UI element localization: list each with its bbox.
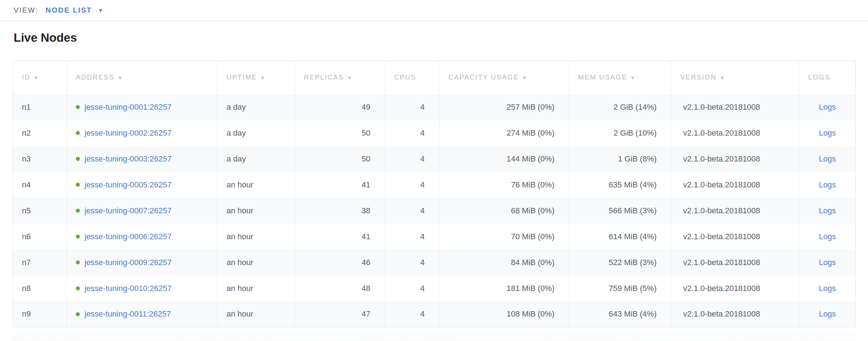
- node-address-link[interactable]: jesse-tuning-0009:26257: [84, 258, 172, 267]
- node-version-cell: v2.1.0-beta.20181008: [671, 198, 799, 224]
- column-header-capacity-usage[interactable]: CAPACITY USAGE▼: [439, 61, 569, 94]
- sort-arrow-icon: ▼: [522, 75, 527, 81]
- table-header-row: ID▼ ADDRESS▼ UPTIME▼ REPLICAS▼ CPUS CAPA…: [13, 61, 856, 94]
- column-header-label: VERSION: [680, 73, 717, 81]
- sort-arrow-icon: ▼: [33, 75, 39, 81]
- column-header-id[interactable]: ID▼: [13, 61, 67, 94]
- node-logs-cell: Logs: [799, 301, 856, 327]
- node-logs-link[interactable]: Logs: [819, 258, 836, 267]
- node-logs-link[interactable]: Logs: [819, 154, 836, 163]
- node-logs-cell: Logs: [799, 198, 856, 224]
- column-header-mem-usage[interactable]: MEM USAGE▼: [569, 61, 671, 94]
- node-live-status-icon: [76, 286, 80, 290]
- column-header-label: LOGS: [808, 73, 831, 81]
- node-mem-usage-cell: 643 MiB (4%): [569, 301, 671, 327]
- node-uptime-cell: a day: [218, 146, 295, 172]
- column-header-label: CPUS: [394, 73, 416, 81]
- column-header-label: ID: [22, 73, 30, 81]
- node-cpus-cell: 4: [385, 301, 439, 327]
- view-dropdown-value[interactable]: NODE LIST: [46, 6, 92, 14]
- node-address-link[interactable]: jesse-tuning-0006:26257: [84, 232, 172, 241]
- node-address-cell: jesse-tuning-0011:26257: [67, 301, 218, 327]
- node-mem-usage-cell: 2 GiB (14%): [569, 94, 671, 120]
- page-title: Live Nodes: [14, 31, 855, 45]
- table-row: n5 jesse-tuning-0007:26257 an hour 38 4 …: [13, 198, 856, 224]
- node-id-cell: n6: [13, 224, 67, 250]
- node-mem-usage-cell: 1 GiB (8%): [569, 146, 671, 172]
- node-uptime-cell: an hour: [218, 198, 295, 224]
- node-capacity-usage-cell: 76 MiB (0%): [439, 172, 569, 198]
- column-header-replicas[interactable]: REPLICAS▼: [295, 61, 385, 94]
- node-cpus-cell: 4: [385, 120, 439, 146]
- node-capacity-usage-cell: 108 MiB (0%): [439, 301, 569, 327]
- node-address-link[interactable]: jesse-tuning-0003:26257: [84, 154, 172, 164]
- node-uptime-cell: an hour: [218, 301, 295, 327]
- node-address-link[interactable]: jesse-tuning-0011:26257: [84, 309, 171, 319]
- node-logs-link[interactable]: Logs: [819, 128, 836, 137]
- table-row: n7 jesse-tuning-0009:26257 an hour 46 4 …: [13, 250, 856, 276]
- node-logs-link[interactable]: Logs: [819, 309, 836, 318]
- node-live-status-icon: [76, 131, 80, 135]
- node-logs-link[interactable]: Logs: [819, 103, 836, 112]
- node-logs-cell: Logs: [799, 276, 856, 301]
- column-header-label: MEM USAGE: [578, 73, 627, 81]
- node-id-cell: n1: [13, 94, 67, 120]
- node-replicas-cell: 46: [295, 250, 385, 276]
- node-address-link[interactable]: jesse-tuning-0001:26257: [84, 103, 172, 112]
- node-capacity-usage-cell: 144 MiB (0%): [439, 146, 569, 172]
- node-capacity-usage-cell: 68 MiB (0%): [439, 198, 569, 224]
- node-address-cell: jesse-tuning-0007:26257: [67, 198, 218, 224]
- node-version-cell: v2.1.0-beta.20181008: [671, 120, 799, 146]
- node-uptime-cell: an hour: [218, 172, 295, 198]
- node-mem-usage-cell: 522 MiB (3%): [569, 250, 671, 276]
- node-live-status-icon: [76, 105, 80, 109]
- node-replicas-cell: 41: [295, 224, 385, 250]
- node-cpus-cell: 4: [385, 172, 439, 198]
- node-capacity-usage-cell: 70 MiB (0%): [439, 224, 569, 250]
- node-logs-link[interactable]: Logs: [819, 232, 836, 241]
- node-logs-link[interactable]: Logs: [819, 180, 836, 189]
- node-address-link[interactable]: jesse-tuning-0007:26257: [84, 206, 172, 215]
- node-address-link[interactable]: jesse-tuning-0002:26257: [84, 128, 172, 138]
- sort-arrow-icon: ▼: [347, 75, 353, 81]
- column-header-version[interactable]: VERSION▼: [671, 61, 799, 94]
- node-capacity-usage-cell: 257 MiB (0%): [439, 94, 569, 120]
- page-content: Live Nodes ID▼ ADDRESS▼ UPTIME▼ REPLICAS…: [0, 21, 868, 341]
- node-live-status-icon: [76, 312, 80, 316]
- node-mem-usage-cell: 759 MiB (5%): [569, 276, 671, 301]
- node-live-status-icon: [76, 235, 80, 238]
- node-version-cell: v2.1.0-beta.20181008: [671, 276, 799, 301]
- node-address-cell: jesse-tuning-0010:26257: [67, 276, 218, 301]
- node-replicas-cell: 48: [295, 276, 385, 301]
- node-address-cell: jesse-tuning-0003:26257: [67, 146, 218, 172]
- node-version-cell: v2.1.0-beta.20181008: [671, 94, 799, 120]
- node-version-cell: v2.1.0-beta.20181008: [671, 301, 799, 327]
- node-id-cell: n3: [13, 146, 67, 172]
- node-capacity-usage-cell: 274 MiB (0%): [439, 120, 569, 146]
- node-logs-link[interactable]: Logs: [819, 284, 836, 293]
- node-uptime-cell: an hour: [218, 224, 295, 250]
- column-header-address[interactable]: ADDRESS▼: [67, 61, 218, 94]
- node-logs-cell: Logs: [799, 250, 856, 276]
- column-header-uptime[interactable]: UPTIME▼: [218, 61, 295, 94]
- node-version-cell: v2.1.0-beta.20181008: [671, 250, 799, 276]
- view-dropdown[interactable]: NODE LIST ▼: [46, 6, 103, 14]
- live-nodes-table: ID▼ ADDRESS▼ UPTIME▼ REPLICAS▼ CPUS CAPA…: [13, 60, 856, 327]
- node-mem-usage-cell: 635 MiB (4%): [569, 172, 671, 198]
- dropdown-arrow-icon[interactable]: ▼: [98, 8, 103, 13]
- node-address-cell: jesse-tuning-0009:26257: [67, 250, 218, 276]
- sort-arrow-icon: ▼: [720, 75, 725, 81]
- table-row: n6 jesse-tuning-0006:26257 an hour 41 4 …: [13, 224, 856, 250]
- table-row: n9 jesse-tuning-0011:26257 an hour 47 4 …: [13, 301, 856, 327]
- node-cpus-cell: 4: [385, 198, 439, 224]
- node-address-link[interactable]: jesse-tuning-0005:26257: [84, 180, 172, 190]
- table-row: n3 jesse-tuning-0003:26257 a day 50 4 14…: [13, 146, 856, 172]
- sort-arrow-icon: ▼: [630, 75, 636, 81]
- node-id-cell: n2: [13, 120, 67, 146]
- node-logs-link[interactable]: Logs: [819, 206, 836, 215]
- column-header-label: UPTIME: [227, 73, 257, 81]
- node-address-link[interactable]: jesse-tuning-0010:26257: [84, 284, 172, 293]
- node-logs-cell: Logs: [799, 172, 856, 198]
- node-uptime-cell: an hour: [218, 276, 295, 301]
- node-id-cell: n4: [13, 172, 67, 198]
